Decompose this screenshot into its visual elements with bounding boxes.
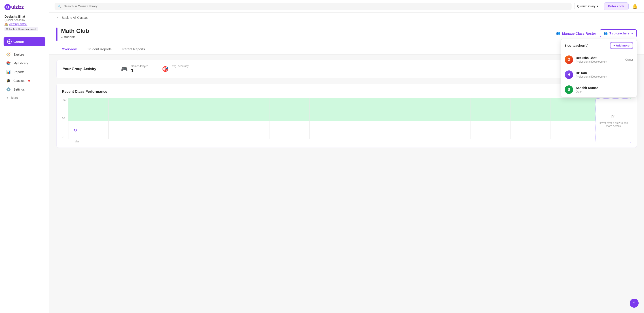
- x-label-mar: Mar: [74, 140, 79, 143]
- y-label-60: 60: [62, 117, 66, 120]
- sidebar-item-label: Classes: [14, 79, 24, 82]
- help-button[interactable]: ?: [630, 299, 639, 308]
- reports-icon: 📊: [6, 70, 11, 74]
- search-icon: 🔍: [58, 4, 62, 8]
- user-org: Quizizz Academy: [4, 18, 44, 22]
- chevron-down-icon: ▾: [597, 4, 598, 8]
- grid-line: [510, 98, 511, 138]
- teacher-name: Deeksha Bhat: [576, 56, 622, 60]
- account-badge: Schools & Districts account: [4, 27, 38, 31]
- sidebar-item-reports[interactable]: 📊 Reports: [2, 68, 47, 76]
- grid-line: [350, 98, 350, 138]
- view-district-link[interactable]: 🏫 View my district: [4, 22, 44, 26]
- chevron-down-icon: ∨: [6, 96, 8, 99]
- user-section: Deeksha Bhat Quizizz Academy 🏫 View my d…: [0, 13, 49, 34]
- chart-area: 100 60 0: [62, 98, 631, 143]
- topbar: 🔍 Quizizz library ▾ Enter code 🔔: [49, 0, 644, 12]
- grid-line: [310, 98, 310, 138]
- teacher-info: Sanchit Kumar Other: [576, 86, 633, 93]
- teacher-item: S Sanchit Kumar Other: [561, 82, 636, 97]
- activity-title: Your Group Activity: [63, 67, 108, 71]
- coteachers-icon: 👥: [604, 32, 608, 35]
- sidebar-more[interactable]: ∨ More: [2, 94, 47, 102]
- sidebar-item-explore[interactable]: 🧭 Explore: [2, 50, 47, 59]
- accuracy-icon: 🎯: [162, 66, 168, 72]
- grid-line: [550, 98, 551, 138]
- sidebar-item-settings[interactable]: ⚙️ Settings: [2, 85, 47, 94]
- classes-badge: [28, 80, 30, 82]
- page-content: ← Back to All Classes Math Club 4 studen…: [49, 12, 644, 313]
- sidebar-item-label: Settings: [14, 88, 25, 91]
- grid-line: [430, 98, 430, 138]
- teacher-item: H HP Rao Professional Development: [561, 67, 636, 82]
- library-selector[interactable]: Quizizz library ▾: [574, 3, 601, 10]
- tab-student-reports[interactable]: Student Reports: [82, 44, 117, 54]
- sidebar-item-my-library[interactable]: 📚 My Library: [2, 59, 47, 68]
- sidebar-item-label: My Library: [14, 62, 28, 65]
- y-label-100: 100: [62, 98, 66, 102]
- search-container[interactable]: 🔍: [54, 3, 572, 10]
- class-students: 4 students: [61, 35, 89, 39]
- grid-line: [390, 98, 390, 138]
- avatar: H: [564, 70, 573, 79]
- games-played-icon: 🎮: [121, 66, 128, 72]
- nav-menu: 🧭 Explore 📚 My Library 📊 Reports 🎓 Class…: [0, 48, 49, 313]
- class-name: Math Club: [61, 28, 89, 34]
- manage-roster-button[interactable]: 👥 Manage Class Roster: [556, 31, 596, 35]
- back-bar[interactable]: ← Back to All Classes: [49, 12, 644, 23]
- sidebar-item-label: Explore: [14, 53, 24, 56]
- user-name: Deeksha Bhat: [4, 15, 44, 18]
- coteachers-dropdown: 3 co-teacher(s) + Add more D Deeksha Bha…: [561, 39, 637, 98]
- teacher-item: D Deeksha Bhat Professional Development …: [561, 52, 636, 67]
- games-played-label: Games Played: [131, 64, 148, 68]
- performance-header: Recent Class Performance Last 20 games ▾: [62, 88, 631, 95]
- teacher-info: HP Rao Professional Development: [576, 71, 633, 78]
- add-more-button[interactable]: + Add more: [610, 42, 633, 49]
- dropdown-header: 3 co-teacher(s) + Add more: [561, 39, 636, 52]
- body-content: Your Group Activity 🎮 Games Played 1 🎯 A…: [49, 54, 644, 153]
- teacher-name: Sanchit Kumar: [576, 86, 633, 90]
- create-button[interactable]: + Create: [4, 37, 46, 46]
- sidebar-item-classes[interactable]: 🎓 Classes: [2, 76, 47, 85]
- main-content: 🔍 Quizizz library ▾ Enter code 🔔 ← Back …: [49, 0, 644, 313]
- teacher-org: Professional Development: [576, 75, 633, 78]
- co-teachers-button[interactable]: 👥 3 co-teachers ▾: [600, 29, 637, 37]
- enter-code-button[interactable]: Enter code: [604, 2, 628, 10]
- activity-card: Your Group Activity 🎮 Games Played 1 🎯 A…: [56, 60, 637, 78]
- avg-accuracy-value: -: [172, 68, 189, 74]
- grid-line: [470, 98, 470, 138]
- grid-line: [149, 98, 149, 138]
- teacher-org: Professional Development: [576, 60, 622, 63]
- search-input[interactable]: [64, 4, 568, 8]
- hover-text: Hover over a quiz to see more details: [596, 122, 631, 128]
- more-label: More: [11, 96, 18, 100]
- dropdown-header-label: 3 co-teacher(s): [564, 44, 588, 48]
- library-icon: 📚: [6, 61, 11, 65]
- explore-icon: 🧭: [6, 52, 11, 56]
- logo-q-icon: Q: [4, 4, 11, 10]
- back-arrow-icon: ←: [56, 16, 60, 20]
- chart-y-labels: 100 60 0: [62, 98, 66, 143]
- avatar: D: [564, 56, 573, 64]
- chart-dot: [74, 129, 77, 132]
- chevron-down-icon: ▾: [631, 32, 633, 35]
- class-header: Math Club 4 students 👥 Manage Class Rost…: [49, 23, 644, 54]
- logo[interactable]: Q uizizz: [0, 0, 49, 13]
- tab-parent-reports[interactable]: Parent Reports: [117, 44, 150, 54]
- header-actions: 👥 Manage Class Roster 👥 3 co-teachers ▾ …: [556, 28, 637, 37]
- grid-line: [68, 98, 68, 138]
- settings-icon: ⚙️: [6, 87, 11, 92]
- teacher-org: Other: [576, 90, 633, 93]
- hover-card: ☞ Hover over a quiz to see more details: [596, 98, 631, 143]
- grid-line: [591, 98, 591, 138]
- teacher-info: Deeksha Bhat Professional Development: [576, 56, 622, 63]
- teacher-name: HP Rao: [576, 71, 633, 75]
- avg-accuracy-label: Avg. Accuracy: [172, 64, 189, 68]
- tab-overview[interactable]: Overview: [56, 44, 82, 54]
- games-played-stat: 🎮 Games Played 1: [121, 64, 148, 74]
- grid-line: [269, 98, 270, 138]
- cursor-icon: ☞: [611, 114, 616, 120]
- classes-icon: 🎓: [6, 78, 11, 83]
- bell-icon[interactable]: 🔔: [631, 3, 639, 10]
- chart-body: Mar ☞ Hover over a quiz to see more deta…: [68, 98, 631, 143]
